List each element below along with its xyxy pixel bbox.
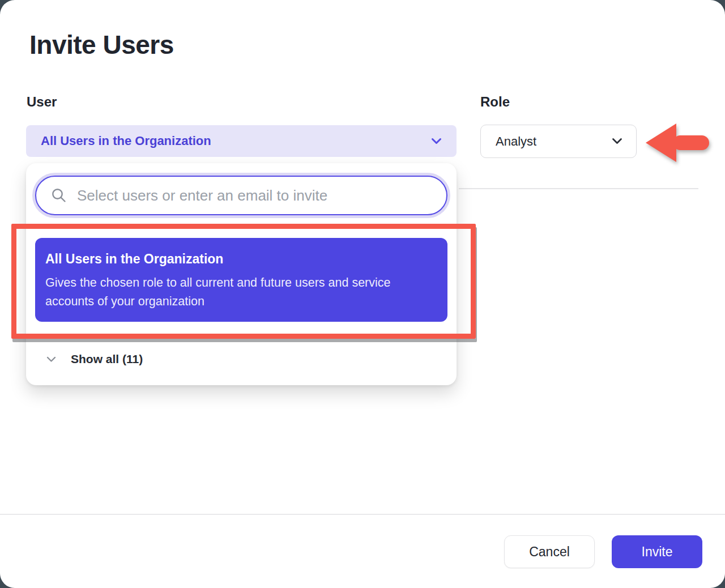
option-title: All Users in the Organization [45,252,430,267]
invite-button[interactable]: Invite [612,535,702,568]
invite-users-dialog: Invite Users User Role All Users in the … [0,0,725,588]
show-all-toggle[interactable]: Show all (11) [46,350,143,369]
footer-divider [0,514,725,515]
chevron-down-icon [46,356,56,363]
search-icon [51,188,67,203]
dropdown-option-all-users[interactable]: All Users in the Organization Gives the … [35,238,447,322]
page-title: Invite Users [29,29,174,60]
section-divider [459,188,698,189]
user-search-input[interactable] [76,186,432,205]
user-search-box[interactable] [35,176,447,215]
chevron-down-icon [431,138,442,145]
annotation-arrow-icon [645,119,710,167]
option-description: Gives the chosen role to all current and… [45,274,437,311]
user-select[interactable]: All Users in the Organization [26,125,457,157]
chevron-down-icon [612,138,622,145]
show-all-label: Show all (11) [71,352,143,366]
role-field-label: Role [480,94,510,110]
user-field-label: User [27,94,57,110]
role-select[interactable]: Analyst [480,125,637,158]
user-select-value: All Users in the Organization [41,134,211,148]
cancel-button[interactable]: Cancel [504,535,595,568]
role-select-value: Analyst [496,134,536,149]
